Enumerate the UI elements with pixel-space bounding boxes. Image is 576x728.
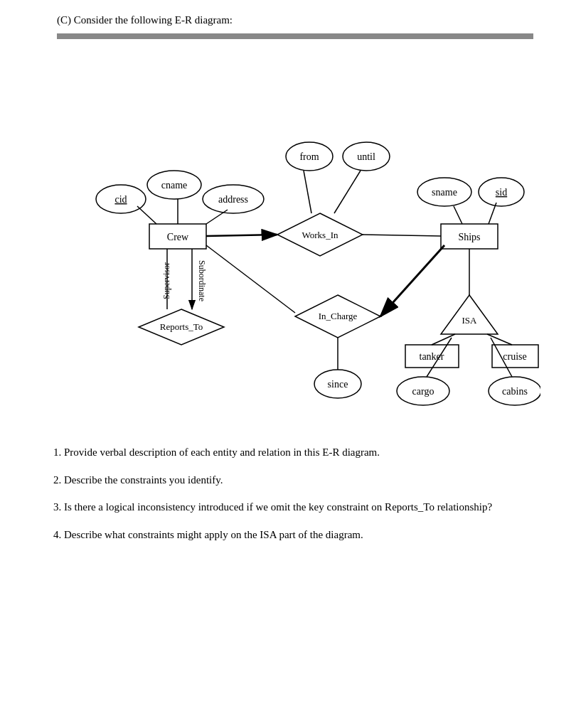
rel-in-charge: In_Charge <box>319 311 358 321</box>
questions-list: Provide verbal description of each entit… <box>57 444 533 542</box>
question-3: Is there a logical inconsistency introdu… <box>64 499 533 515</box>
svg-line-23 <box>304 171 311 213</box>
question-4: Describe what constraints might apply on… <box>64 527 533 543</box>
svg-line-26 <box>489 203 496 224</box>
entity-cruise: cruise <box>503 351 526 362</box>
rel-reports-to: Reports_To <box>160 321 203 332</box>
question-2: Describe the constraints you identify. <box>64 472 533 488</box>
entity-cabins: cabins <box>502 386 528 397</box>
attr-until: until <box>357 151 375 162</box>
svg-line-34 <box>363 235 441 236</box>
divider <box>57 33 533 39</box>
attr-since: since <box>328 379 348 390</box>
attr-cid: cid <box>114 194 127 205</box>
svg-line-25 <box>454 206 462 224</box>
header-text: (C) Consider the following E-R diagram: <box>57 14 533 26</box>
label-supervisor: Supervisor <box>161 262 171 299</box>
rel-isa: ISA <box>462 315 478 326</box>
attr-sid: sid <box>496 187 507 198</box>
er-diagram-svg: cid cname address from until sname sid s… <box>57 60 540 430</box>
label-subordinate: Subordinate <box>197 260 207 301</box>
question-1: Provide verbal description of each entit… <box>64 444 533 461</box>
svg-line-31 <box>487 334 512 345</box>
entity-ships: Ships <box>458 232 480 242</box>
svg-line-29 <box>432 334 455 345</box>
attr-address: address <box>218 194 248 205</box>
svg-line-22 <box>206 210 228 224</box>
entity-tanker: tanker <box>420 351 444 362</box>
svg-line-37 <box>206 245 295 313</box>
er-diagram-container: cid cname address from until sname sid s… <box>57 60 540 430</box>
attr-sname: sname <box>432 187 457 198</box>
svg-line-38 <box>380 245 444 316</box>
svg-line-24 <box>334 171 361 213</box>
entity-crew: Crew <box>167 232 189 242</box>
attr-from: from <box>299 151 319 162</box>
page: (C) Consider the following E-R diagram: … <box>0 0 576 582</box>
rel-works-in: Works_In <box>302 230 338 240</box>
svg-line-33 <box>206 235 277 236</box>
svg-line-20 <box>137 206 156 224</box>
attr-cname: cname <box>161 180 188 191</box>
entity-cargo: cargo <box>412 386 434 397</box>
